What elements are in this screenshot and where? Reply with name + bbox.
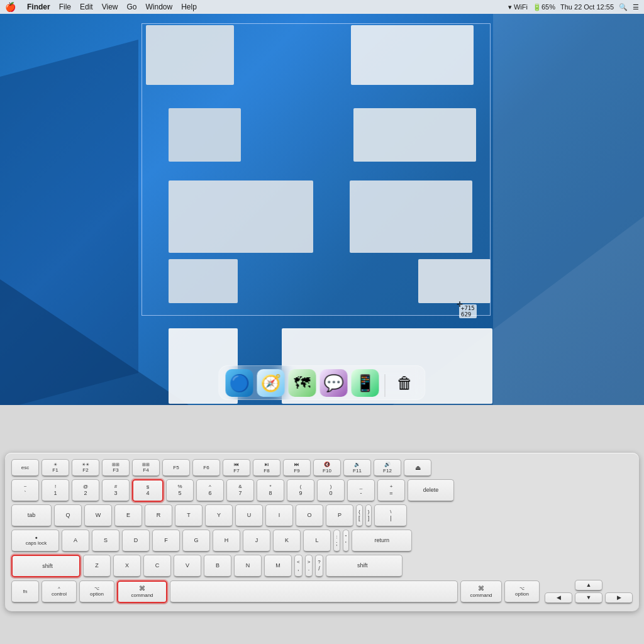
j-key[interactable]: J: [243, 530, 270, 552]
go-menu[interactable]: Go: [127, 3, 137, 11]
arrow-cluster: ▲ ◀ ▼ ▶: [545, 580, 633, 604]
eject-key[interactable]: ⏏: [404, 459, 431, 477]
m-key[interactable]: M: [264, 555, 292, 577]
apple-menu[interactable]: 🍎: [5, 2, 16, 12]
f2-key[interactable]: ☀☀F2: [72, 459, 99, 477]
option-right-key[interactable]: ⌥ option: [504, 580, 540, 603]
comma-key[interactable]: <,: [294, 555, 303, 577]
delete-key[interactable]: delete: [408, 479, 454, 502]
a-key[interactable]: A: [62, 530, 89, 552]
fn-key[interactable]: fn: [11, 580, 39, 603]
num6-key[interactable]: ^6: [196, 479, 224, 502]
file-menu[interactable]: File: [59, 3, 71, 11]
dock-safari[interactable]: 🧭: [257, 369, 285, 397]
dock-slack[interactable]: 💬: [320, 369, 348, 397]
u-key[interactable]: U: [235, 504, 263, 527]
control-key[interactable]: ^ control: [42, 580, 77, 603]
g-key[interactable]: G: [182, 530, 210, 552]
quote-key[interactable]: "': [343, 530, 350, 552]
f7-key[interactable]: ⏮F7: [223, 459, 250, 477]
p-key[interactable]: P: [326, 504, 353, 527]
b-key[interactable]: B: [204, 555, 231, 577]
slash-key[interactable]: ?/: [315, 555, 323, 577]
c-key[interactable]: C: [143, 555, 171, 577]
esc-key[interactable]: esc: [11, 459, 39, 477]
view-menu[interactable]: View: [102, 3, 118, 11]
num7-key[interactable]: &7: [226, 479, 254, 502]
command-left-key[interactable]: ⌘ command: [117, 580, 167, 603]
s-key[interactable]: S: [92, 530, 119, 552]
finder-menu[interactable]: Finder: [27, 3, 50, 11]
controlcenter-icon[interactable]: ☰: [633, 3, 639, 11]
f10-key[interactable]: 🔇F10: [313, 459, 341, 477]
f5-key[interactable]: F5: [162, 459, 190, 477]
arrow-right-key[interactable]: ▶: [605, 592, 633, 604]
f4-key[interactable]: ⊞⊞F4: [132, 459, 160, 477]
menubar: 🍎 Finder File Edit View Go Window Help ▾…: [0, 0, 644, 14]
h-key[interactable]: H: [213, 530, 240, 552]
n-key[interactable]: N: [234, 555, 262, 577]
num4-key[interactable]: $4: [132, 479, 164, 502]
num8-key[interactable]: *8: [257, 479, 284, 502]
f3-key[interactable]: ⊞⊞F3: [102, 459, 130, 477]
z-key[interactable]: Z: [83, 555, 111, 577]
f11-key[interactable]: 🔉F11: [343, 459, 371, 477]
dock-phone[interactable]: 📱: [352, 369, 379, 397]
dock-maps[interactable]: 🗺: [289, 369, 316, 397]
num1-key[interactable]: !1: [42, 479, 69, 502]
space-key[interactable]: [170, 580, 458, 603]
command-right-key[interactable]: ⌘ command: [460, 580, 502, 603]
l-key[interactable]: L: [303, 530, 331, 552]
backtick-key[interactable]: ~`: [11, 479, 39, 502]
y-key[interactable]: Y: [205, 504, 233, 527]
menubar-left: 🍎 Finder File Edit View Go Window Help: [5, 2, 197, 12]
x-key[interactable]: X: [113, 555, 141, 577]
openbracket-key[interactable]: {[: [356, 504, 363, 527]
d-key[interactable]: D: [122, 530, 150, 552]
window-menu[interactable]: Window: [146, 3, 173, 11]
w-key[interactable]: W: [84, 504, 112, 527]
f12-key[interactable]: 🔊F12: [374, 459, 401, 477]
help-menu[interactable]: Help: [181, 3, 197, 11]
q-key[interactable]: Q: [54, 504, 82, 527]
f-key[interactable]: F: [152, 530, 180, 552]
num0-key[interactable]: )0: [317, 479, 345, 502]
v-key[interactable]: V: [174, 555, 201, 577]
f1-key[interactable]: ☀F1: [42, 459, 69, 477]
edit-menu[interactable]: Edit: [80, 3, 93, 11]
arrow-down-key[interactable]: ▼: [575, 592, 602, 604]
closebracket-key[interactable]: }]: [365, 504, 372, 527]
f6-key[interactable]: F6: [192, 459, 220, 477]
arrow-left-key[interactable]: ◀: [545, 592, 572, 604]
num3-key[interactable]: #3: [102, 479, 130, 502]
asdf-row: ● caps lock A S D F G H J K L :; "' retu…: [11, 530, 633, 552]
i-key[interactable]: I: [265, 504, 293, 527]
num9-key[interactable]: (9: [287, 479, 314, 502]
dock-trash[interactable]: 🗑: [391, 369, 419, 397]
option-left-key[interactable]: ⌥ option: [79, 580, 114, 603]
capslock-key[interactable]: ● caps lock: [11, 530, 59, 552]
e-key[interactable]: E: [114, 504, 142, 527]
semicolon-key[interactable]: :;: [333, 530, 340, 552]
search-icon[interactable]: 🔍: [619, 3, 628, 11]
return-key[interactable]: return: [352, 530, 412, 552]
dock-finder[interactable]: 🔵: [226, 369, 253, 397]
num5-key[interactable]: %5: [166, 479, 194, 502]
equals-key[interactable]: +=: [377, 479, 405, 502]
f8-key[interactable]: ⏯F8: [253, 459, 280, 477]
num2-key[interactable]: @2: [72, 479, 99, 502]
o-key[interactable]: O: [296, 504, 323, 527]
thumb-7: [169, 259, 238, 303]
f9-key[interactable]: ⏭F9: [283, 459, 311, 477]
k-key[interactable]: K: [273, 530, 301, 552]
left-shift-key[interactable]: shift: [11, 555, 80, 577]
backslash-key[interactable]: \|: [374, 504, 407, 527]
minus-key[interactable]: _-: [347, 479, 375, 502]
arrow-up-key[interactable]: ▲: [575, 580, 602, 591]
r-key[interactable]: R: [145, 504, 172, 527]
t-key[interactable]: T: [175, 504, 203, 527]
arrow-bottom-row: ◀ ▼ ▶: [545, 592, 633, 604]
period-key[interactable]: >.: [305, 555, 313, 577]
tab-key[interactable]: tab: [11, 504, 52, 527]
right-shift-key[interactable]: shift: [326, 555, 402, 577]
